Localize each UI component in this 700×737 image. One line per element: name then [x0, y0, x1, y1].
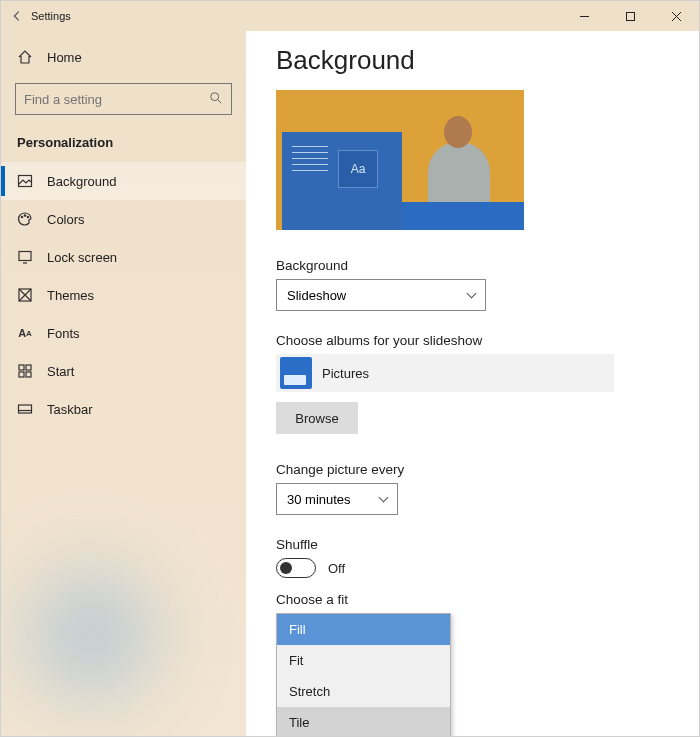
- picture-icon: [17, 173, 33, 189]
- interval-label: Change picture every: [276, 462, 669, 477]
- svg-rect-16: [26, 372, 31, 377]
- nav-home-label: Home: [47, 50, 82, 65]
- nav-item-label: Background: [47, 174, 116, 189]
- background-dropdown[interactable]: Slideshow: [276, 279, 486, 311]
- nav-item-lock-screen[interactable]: Lock screen: [1, 238, 246, 276]
- palette-icon: [17, 211, 33, 227]
- nav-item-start[interactable]: Start: [1, 352, 246, 390]
- search-icon: [209, 91, 223, 108]
- svg-rect-10: [19, 252, 31, 261]
- interval-dropdown-value: 30 minutes: [287, 492, 351, 507]
- close-button[interactable]: [653, 1, 699, 31]
- page-title: Background: [276, 45, 669, 76]
- nav-item-themes[interactable]: Themes: [1, 276, 246, 314]
- nav-item-label: Fonts: [47, 326, 80, 341]
- sidebar: Home Personalization Background Colors: [1, 31, 246, 736]
- nav-item-label: Lock screen: [47, 250, 117, 265]
- background-dropdown-value: Slideshow: [287, 288, 346, 303]
- nav-item-background[interactable]: Background: [1, 162, 246, 200]
- nav-item-colors[interactable]: Colors: [1, 200, 246, 238]
- folder-icon: [280, 357, 312, 389]
- svg-point-9: [27, 216, 28, 217]
- nav-item-label: Themes: [47, 288, 94, 303]
- background-preview: Aa: [276, 90, 524, 230]
- interval-dropdown[interactable]: 30 minutes: [276, 483, 398, 515]
- back-icon[interactable]: [9, 9, 25, 23]
- shuffle-toggle[interactable]: [276, 558, 316, 578]
- themes-icon: [17, 287, 33, 303]
- maximize-button[interactable]: [607, 1, 653, 31]
- background-blur: [1, 536, 201, 716]
- fit-option-fit[interactable]: Fit: [277, 645, 450, 676]
- svg-rect-17: [19, 405, 32, 413]
- fonts-icon: AA: [17, 325, 33, 341]
- minimize-button[interactable]: [561, 1, 607, 31]
- albums-label: Choose albums for your slideshow: [276, 333, 669, 348]
- nav-item-label: Start: [47, 364, 74, 379]
- preview-sample-text: Aa: [338, 150, 378, 188]
- album-name: Pictures: [322, 366, 369, 381]
- chevron-down-icon: [379, 493, 389, 503]
- chevron-down-icon: [467, 289, 477, 299]
- start-icon: [17, 363, 33, 379]
- section-title: Personalization: [1, 125, 246, 156]
- svg-point-7: [21, 216, 22, 217]
- titlebar: Settings: [1, 1, 699, 31]
- app-title: Settings: [31, 10, 71, 22]
- nav-item-taskbar[interactable]: Taskbar: [1, 390, 246, 428]
- svg-rect-15: [19, 372, 24, 377]
- home-icon: [17, 49, 33, 65]
- album-item[interactable]: Pictures: [276, 354, 614, 392]
- lock-screen-icon: [17, 249, 33, 265]
- background-label: Background: [276, 258, 669, 273]
- search-box[interactable]: [15, 83, 232, 115]
- nav-item-label: Taskbar: [47, 402, 93, 417]
- taskbar-icon: [17, 401, 33, 417]
- fit-option-tile[interactable]: Tile: [277, 707, 450, 736]
- nav-item-fonts[interactable]: AA Fonts: [1, 314, 246, 352]
- fit-dropdown-menu: Fill Fit Stretch Tile Center Span: [276, 613, 451, 736]
- svg-rect-1: [626, 12, 634, 20]
- fit-label: Choose a fit: [276, 592, 669, 607]
- svg-point-8: [24, 215, 25, 216]
- nav-home[interactable]: Home: [1, 39, 246, 75]
- shuffle-state: Off: [328, 561, 345, 576]
- svg-rect-13: [19, 365, 24, 370]
- svg-rect-14: [26, 365, 31, 370]
- nav-item-label: Colors: [47, 212, 85, 227]
- browse-button[interactable]: Browse: [276, 402, 358, 434]
- svg-point-4: [211, 92, 219, 100]
- fit-option-stretch[interactable]: Stretch: [277, 676, 450, 707]
- fit-option-fill[interactable]: Fill: [277, 614, 450, 645]
- svg-line-5: [218, 99, 222, 103]
- content-area: Background Aa Background Slideshow Choos…: [246, 31, 699, 736]
- search-input[interactable]: [24, 92, 209, 107]
- shuffle-label: Shuffle: [276, 537, 669, 552]
